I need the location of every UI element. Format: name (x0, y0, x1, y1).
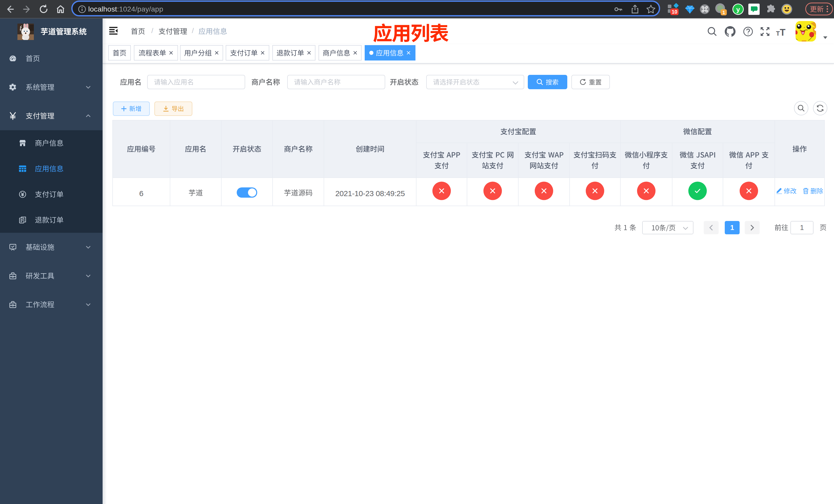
svg-text:10: 10 (672, 9, 677, 15)
svg-text:1: 1 (722, 10, 725, 15)
svg-text:y: y (736, 6, 740, 13)
